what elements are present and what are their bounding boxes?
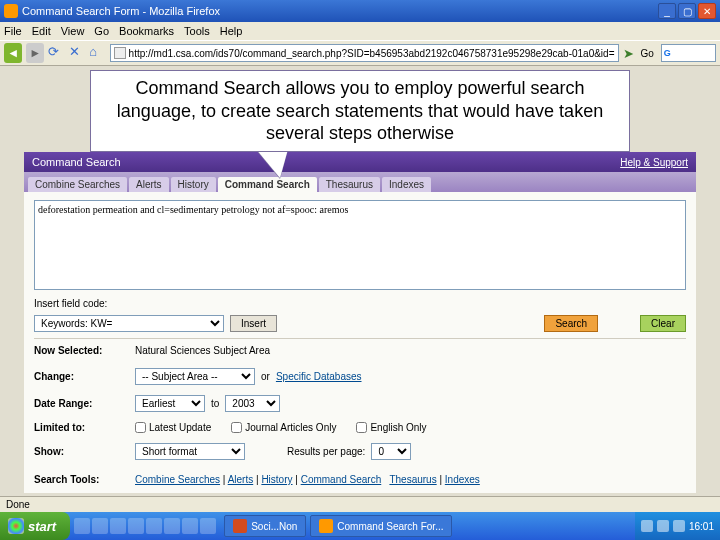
clear-button[interactable]: Clear bbox=[640, 315, 686, 332]
menu-help[interactable]: Help bbox=[220, 25, 243, 37]
change-label: Change: bbox=[34, 371, 129, 382]
now-selected-label: Now Selected: bbox=[34, 345, 129, 356]
limited-to-label: Limited to: bbox=[34, 422, 129, 433]
search-button[interactable]: Search bbox=[544, 315, 598, 332]
tab-command-search[interactable]: Command Search bbox=[218, 177, 317, 192]
date-range-label: Date Range: bbox=[34, 398, 129, 409]
forward-button[interactable]: ► bbox=[26, 43, 44, 63]
reload-button[interactable]: ⟳ bbox=[48, 44, 64, 62]
status-text: Done bbox=[6, 499, 30, 510]
tabs-bar: Combine Searches Alerts History Command … bbox=[24, 172, 696, 192]
ql-icon[interactable] bbox=[110, 518, 126, 534]
menu-bar: File Edit View Go Bookmarks Tools Help bbox=[0, 22, 720, 40]
url-text: http://md1.csa.com/ids70/command_search.… bbox=[129, 48, 615, 59]
menu-edit[interactable]: Edit bbox=[32, 25, 51, 37]
page-title: Command Search bbox=[32, 156, 121, 168]
menu-view[interactable]: View bbox=[61, 25, 85, 37]
journal-only-checkbox[interactable]: Journal Articles Only bbox=[231, 422, 336, 433]
tool-indexes-link[interactable]: Indexes bbox=[445, 474, 480, 485]
english-only-checkbox[interactable]: English Only bbox=[356, 422, 426, 433]
ql-icon[interactable] bbox=[164, 518, 180, 534]
search-form: deforestation permeation and cl=sediment… bbox=[24, 192, 696, 493]
tool-alerts-link[interactable]: Alerts bbox=[228, 474, 254, 485]
database-page: Command Search Help & Support Combine Se… bbox=[24, 152, 696, 493]
tool-command-link[interactable]: Command Search bbox=[301, 474, 382, 485]
help-link[interactable]: Help & Support bbox=[620, 157, 688, 168]
tray-icon[interactable] bbox=[641, 520, 653, 532]
ql-icon[interactable] bbox=[200, 518, 216, 534]
results-per-page-label: Results per page: bbox=[287, 446, 365, 457]
search-box[interactable]: G bbox=[661, 44, 716, 62]
now-selected-value: Natural Sciences Subject Area bbox=[135, 345, 270, 356]
window-title: Command Search Form - Mozilla Firefox bbox=[22, 5, 220, 17]
back-button[interactable]: ◄ bbox=[4, 43, 22, 63]
url-bar[interactable]: http://md1.csa.com/ids70/command_search.… bbox=[110, 44, 619, 62]
go-icon[interactable]: ➤ bbox=[623, 46, 634, 61]
taskbar-item-ppt[interactable]: Soci...Non bbox=[224, 515, 306, 537]
home-button[interactable]: ⌂ bbox=[89, 44, 105, 62]
insert-field-label: Insert field code: bbox=[34, 298, 107, 309]
ql-icon[interactable] bbox=[146, 518, 162, 534]
firefox-icon bbox=[4, 4, 18, 18]
menu-tools[interactable]: Tools bbox=[184, 25, 210, 37]
clock: 16:01 bbox=[689, 521, 714, 532]
ql-icon[interactable] bbox=[74, 518, 90, 534]
ql-icon[interactable] bbox=[128, 518, 144, 534]
firefox-icon bbox=[319, 519, 333, 533]
start-button[interactable]: start bbox=[0, 512, 70, 540]
field-code-select[interactable]: Keywords: KW= bbox=[34, 315, 224, 332]
show-label: Show: bbox=[34, 446, 129, 457]
minimize-button[interactable]: _ bbox=[658, 3, 676, 19]
ql-icon[interactable] bbox=[92, 518, 108, 534]
tab-combine[interactable]: Combine Searches bbox=[28, 177, 127, 192]
page-icon bbox=[114, 47, 126, 59]
system-tray: 16:01 bbox=[635, 512, 720, 540]
command-textarea[interactable]: deforestation permeation and cl=sediment… bbox=[34, 200, 686, 290]
insert-button[interactable]: Insert bbox=[230, 315, 277, 332]
tab-indexes[interactable]: Indexes bbox=[382, 177, 431, 192]
tray-icon[interactable] bbox=[657, 520, 669, 532]
menu-go[interactable]: Go bbox=[94, 25, 109, 37]
content-area: Command Search allows you to employ powe… bbox=[0, 66, 720, 496]
navigation-toolbar: ◄ ► ⟳ ✕ ⌂ http://md1.csa.com/ids70/comma… bbox=[0, 40, 720, 66]
powerpoint-icon bbox=[233, 519, 247, 533]
tab-thesaurus[interactable]: Thesaurus bbox=[319, 177, 380, 192]
maximize-button[interactable]: ▢ bbox=[678, 3, 696, 19]
change-select[interactable]: -- Subject Area -- bbox=[135, 368, 255, 385]
tab-alerts[interactable]: Alerts bbox=[129, 177, 169, 192]
show-format-select[interactable]: Short format bbox=[135, 443, 245, 460]
search-tools-label: Search Tools: bbox=[34, 474, 129, 485]
or-label: or bbox=[261, 371, 270, 382]
window-titlebar: Command Search Form - Mozilla Firefox _ … bbox=[0, 0, 720, 22]
to-label: to bbox=[211, 398, 219, 409]
tray-icon[interactable] bbox=[673, 520, 685, 532]
tab-history[interactable]: History bbox=[171, 177, 216, 192]
annotation-callout: Command Search allows you to employ powe… bbox=[90, 70, 630, 152]
page-header: Command Search Help & Support bbox=[24, 152, 696, 172]
specific-databases-link[interactable]: Specific Databases bbox=[276, 371, 362, 382]
date-to-select[interactable]: 2003 bbox=[225, 395, 280, 412]
google-icon: G bbox=[664, 48, 675, 59]
tool-thesaurus-link[interactable]: Thesaurus bbox=[389, 474, 436, 485]
results-per-page-select[interactable]: 0 bbox=[371, 443, 411, 460]
go-button[interactable]: Go bbox=[638, 48, 657, 59]
date-from-select[interactable]: Earliest bbox=[135, 395, 205, 412]
latest-update-checkbox[interactable]: Latest Update bbox=[135, 422, 211, 433]
quick-launch bbox=[70, 518, 220, 534]
stop-button[interactable]: ✕ bbox=[69, 44, 85, 62]
close-button[interactable]: ✕ bbox=[698, 3, 716, 19]
windows-taskbar: start Soci...Non Command Search For... 1… bbox=[0, 512, 720, 540]
tool-history-link[interactable]: History bbox=[261, 474, 292, 485]
windows-logo-icon bbox=[8, 518, 24, 534]
taskbar-item-firefox[interactable]: Command Search For... bbox=[310, 515, 452, 537]
menu-bookmarks[interactable]: Bookmarks bbox=[119, 25, 174, 37]
ql-icon[interactable] bbox=[182, 518, 198, 534]
tool-combine-link[interactable]: Combine Searches bbox=[135, 474, 220, 485]
menu-file[interactable]: File bbox=[4, 25, 22, 37]
